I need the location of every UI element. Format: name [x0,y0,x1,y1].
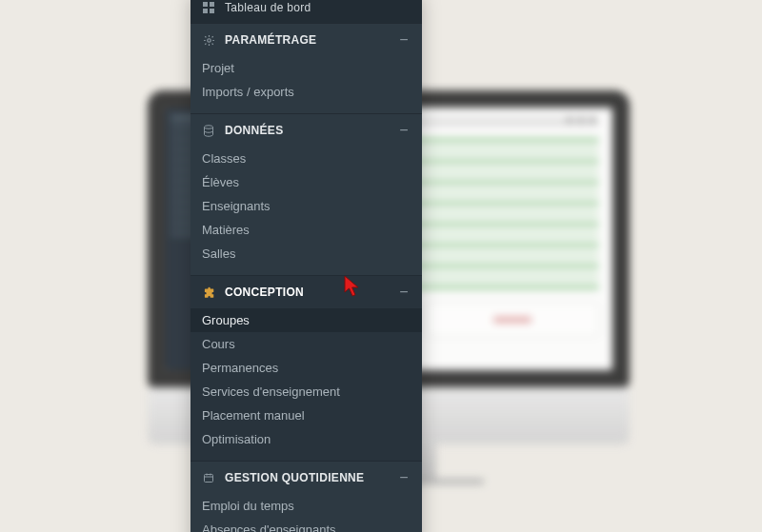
sidebar-item-placement-manuel[interactable]: Placement manuel [190,404,422,427]
calendar-icon [202,471,215,484]
sidebar-section-conception: CONCEPTION − Groupes Cours Permanences S… [190,275,422,461]
sidebar-section-donnees: DONNÉES − Classes Élèves Enseignants Mat… [190,113,422,275]
svg-rect-2 [203,9,208,13]
sidebar-section-title: GESTION QUOTIDIENNE [225,471,388,484]
sidebar-item-projet[interactable]: Projet [190,56,422,80]
sidebar-item-eleves[interactable]: Élèves [190,170,422,194]
sidebar-section-title: CONCEPTION [225,286,388,299]
puzzle-icon [202,286,215,299]
svg-point-5 [205,125,213,128]
sidebar-header-conception[interactable]: CONCEPTION − [190,276,422,308]
sidebar-item-groupes[interactable]: Groupes [190,308,422,332]
sidebar-item-services-enseignement[interactable]: Services d'enseignement [190,380,422,404]
svg-rect-0 [203,2,208,7]
dashboard-grid-icon [202,1,215,14]
sidebar-item-matieres[interactable]: Matières [190,218,422,242]
svg-rect-3 [210,9,214,13]
sidebar-section-title: DONNÉES [225,124,388,137]
sidebar-section-gestion: GESTION QUOTIDIENNE − Emploi du temps Ab… [190,461,422,532]
collapse-icon[interactable]: − [397,33,411,47]
sidebar-dashboard-label: Tableau de bord [225,1,411,14]
app-sidebar: Tableau de bord PARAMÉTRAGE − Projet Imp… [190,0,422,532]
collapse-icon[interactable]: − [397,286,411,299]
sidebar-item-permanences[interactable]: Permanences [190,356,422,380]
sidebar-header-gestion[interactable]: GESTION QUOTIDIENNE − [190,462,422,494]
sidebar-item-cours[interactable]: Cours [190,332,422,356]
svg-rect-1 [210,2,214,7]
gear-icon [202,33,215,47]
sidebar-item-absences-enseignants[interactable]: Absences d'enseignants [190,518,422,532]
svg-point-4 [207,38,210,41]
sidebar-header-parametrage[interactable]: PARAMÉTRAGE − [190,24,422,56]
sidebar-item-dashboard[interactable]: Tableau de bord [190,0,422,23]
sidebar-item-classes[interactable]: Classes [190,147,422,170]
sidebar-section-parametrage: PARAMÉTRAGE − Projet Imports / exports [190,23,422,113]
database-icon [202,124,215,137]
sidebar-section-title: PARAMÉTRAGE [225,33,388,47]
svg-rect-6 [205,475,213,483]
collapse-icon[interactable]: − [397,471,411,484]
sidebar-item-emploi-du-temps[interactable]: Emploi du temps [190,494,422,518]
sidebar-item-optimisation[interactable]: Optimisation [190,427,422,451]
collapse-icon[interactable]: − [397,124,411,137]
sidebar-header-donnees[interactable]: DONNÉES − [190,114,422,147]
sidebar-item-imports-exports[interactable]: Imports / exports [190,80,422,104]
sidebar-item-salles[interactable]: Salles [190,242,422,266]
sidebar-item-enseignants[interactable]: Enseignants [190,194,422,218]
